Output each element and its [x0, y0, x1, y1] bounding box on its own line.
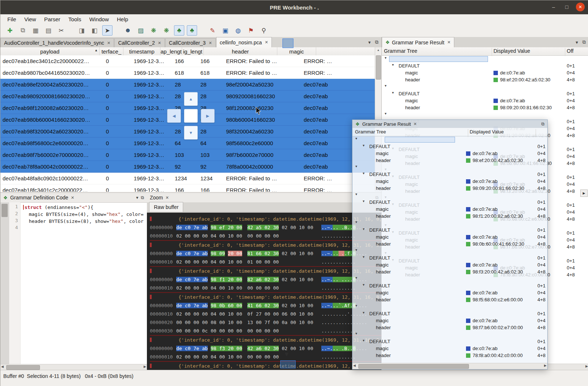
tree-node-magic[interactable]: magicde:c0:7e:ab0+4	[352, 345, 547, 352]
chevron-down-icon[interactable]: ▾	[355, 164, 357, 168]
code-editor[interactable]: struct (endianness="<"){ magic BYTES(siz…	[20, 202, 147, 364]
column-header-timestamp[interactable]: timestamp	[123, 47, 160, 55]
import-button[interactable]: ◨	[77, 25, 87, 36]
column-divider[interactable]	[565, 48, 565, 56]
tree-node-root[interactable]: ▾	[352, 136, 547, 143]
chevron-down-icon[interactable]: ▾	[355, 276, 357, 280]
save-button[interactable]: ▦	[30, 25, 41, 36]
scroll-right-icon[interactable]: ▶	[585, 364, 588, 368]
tree-node-magic[interactable]: magicde:c0:7e:ab0+4	[352, 150, 547, 157]
code-panel-header[interactable]: ❖ Grammar Definition Code ✕ ▾ ⧉	[0, 193, 147, 203]
cut-button[interactable]: ✂	[56, 25, 66, 36]
tree-node-header[interactable]: header98:0b:60:00:41:66:02:304+8	[352, 240, 547, 247]
tree-node-header[interactable]: header98:09:20:00:81:66:02:304+8	[382, 104, 588, 111]
column-header-magic[interactable]: magic	[277, 47, 316, 55]
tree-node-header[interactable]: header98:f1:20:00:82:a6:02:304+8	[352, 213, 547, 220]
floating-parse-panel[interactable]: ❖ Grammar Parse Result ✕ ⧉ Grammar Tree …	[352, 120, 548, 370]
tree-node-magic[interactable]: magicde:c0:7e:ab0+4	[352, 261, 547, 268]
tree-node-root[interactable]: ▾	[352, 275, 547, 282]
panel-close-icon[interactable]: ✕	[71, 195, 74, 200]
parse-tree-view-button[interactable]: ♣	[174, 25, 184, 36]
tree-node-default[interactable]: ▾DEFAULT0+1	[382, 62, 588, 69]
tab-menu-icon[interactable]: ▾	[368, 40, 371, 45]
chevron-down-icon[interactable]: ▾	[363, 227, 365, 231]
col-grammar-tree[interactable]: Grammar Tree	[355, 129, 386, 135]
tree-node-header[interactable]: header98:f7:b6:00:02:e7:00:004+8	[352, 324, 547, 331]
menu-item-view[interactable]: View	[20, 16, 40, 22]
hex-line[interactable]: 00000000de c0 7e ab 98 ef 20 0042 a5 02 …	[150, 223, 381, 232]
chevron-down-icon[interactable]: ▾	[385, 111, 387, 115]
tab-cellinfo-nosim-pca[interactable]: cellinfo_nosim.pca✕	[216, 37, 272, 47]
menu-item-parser[interactable]: Parser	[40, 16, 64, 22]
screenshot-button[interactable]: ▨	[136, 25, 146, 36]
tree-node-root[interactable]: ▾	[382, 55, 588, 62]
floating-panel-header[interactable]: ❖ Grammar Parse Result ✕ ⧉	[352, 120, 547, 128]
tree-node-root[interactable]: ▾	[352, 331, 547, 338]
chevron-down-icon[interactable]: ▾	[363, 255, 365, 259]
hex-line[interactable]: 00000000de c0 7e ab 98 f1 20 0082 a6 02 …	[150, 275, 381, 284]
panel-menu-icon[interactable]: ▾	[136, 195, 138, 200]
panel-float-icon[interactable]: ⧉	[141, 195, 144, 200]
tab-menu-icon[interactable]: ▾	[576, 40, 578, 45]
tree-node-default[interactable]: ▾DEFAULT0+1	[382, 90, 588, 97]
annotate-button[interactable]: ✎	[207, 25, 218, 36]
tree-node-root[interactable]: ▾	[352, 192, 547, 199]
tree-node-default[interactable]: ▾DEFAULT0+1	[352, 310, 547, 317]
panel-close-icon[interactable]: ✕	[166, 195, 169, 200]
title-bar[interactable]: PRE Workbench - . – □ ✕	[0, 0, 588, 14]
new-file-button[interactable]: ✚	[5, 25, 15, 36]
table-row[interactable]: dec07eab48fa8c0902c10000022…01969-12-3…1…	[0, 173, 375, 184]
tree-node-root[interactable]: ▾	[352, 247, 547, 254]
chevron-down-icon[interactable]: ▾	[363, 143, 365, 147]
float-panel-icon[interactable]: ⧉	[583, 39, 586, 45]
maximize-button[interactable]: □	[563, 3, 571, 11]
tree-node-magic[interactable]: magicde:c0:7e:ab0+4	[352, 206, 547, 213]
tree-node-magic[interactable]: magicde:c0:7e:ab0+4	[352, 178, 547, 185]
minimize-button[interactable]: –	[550, 3, 558, 11]
col-grammar-tree[interactable]: Grammar Tree	[384, 48, 417, 54]
tab-callcontroller-3[interactable]: CallController_3✕	[165, 38, 216, 47]
zoom-panel-header[interactable]: Zoom ✕ ⧉	[147, 193, 381, 203]
tab-close-icon[interactable]: ✕	[265, 40, 268, 45]
scroll-left-icon[interactable]: ◀	[1, 365, 4, 368]
vscroll-thumb[interactable]	[376, 55, 381, 80]
table-row[interactable]: dec07eab18ec3401c2c20000022…01969-12-3…1…	[0, 55, 375, 67]
panel-float-icon[interactable]: ⧉	[541, 121, 544, 126]
hex-view[interactable]: {'interface_id': 0, 'timestamp': datetim…	[147, 213, 381, 370]
open-file-button[interactable]: ⧉	[18, 25, 28, 36]
chevron-down-icon[interactable]: ▾	[363, 310, 365, 315]
tree-node-default[interactable]: ▾DEFAULT0+1	[352, 282, 547, 289]
column-header-payload[interactable]: payload▲	[0, 47, 100, 55]
grammar-tool-2-button[interactable]: ❋	[161, 25, 171, 36]
column-divider[interactable]	[492, 48, 492, 56]
chevron-down-icon[interactable]: ▾	[355, 331, 357, 335]
scroll-left-icon[interactable]: ◀	[353, 364, 356, 367]
search-button[interactable]: ⚲	[259, 25, 269, 36]
tab-raw-buffer[interactable]: Raw buffer	[149, 202, 183, 212]
chevron-down-icon[interactable]: ▾	[392, 63, 394, 67]
chevron-down-icon[interactable]: ▾	[355, 136, 357, 140]
tree-node-default[interactable]: ▾DEFAULT0+1	[352, 227, 547, 234]
close-button[interactable]: ✕	[576, 3, 585, 11]
tree-node-default[interactable]: ▾DEFAULT0+1	[352, 338, 547, 345]
tree-node-header[interactable]: header98:f5:68:00:c2:e6:00:004+8	[352, 296, 547, 303]
tree-node-magic[interactable]: magicde:c0:7e:ab0+4	[352, 234, 547, 240]
col-displayed-value[interactable]: Displayed Value	[470, 129, 504, 135]
export-button[interactable]: ◧	[89, 25, 100, 36]
tree-node-default[interactable]: ▾DEFAULT0+1	[352, 143, 547, 150]
menu-item-file[interactable]: File	[3, 16, 20, 22]
float-panel-icon[interactable]: ⧉	[375, 39, 378, 45]
col-offset[interactable]: Off	[567, 48, 573, 54]
hex-line[interactable]: 0000001002 00 00 00 04 00 10 0000 00 00 …	[150, 353, 381, 361]
tree-node-header[interactable]: header98:09:20:00:81:66:02:304+8	[352, 185, 547, 192]
table-row[interactable]: dec07eab9807bc0441650230020…01969-12-3…6…	[0, 67, 375, 79]
scroll-up-icon[interactable]: ▴	[375, 47, 381, 52]
grammar-tool-1-button[interactable]: ❋	[148, 25, 159, 36]
tree-node-default[interactable]: ▾DEFAULT0+1	[352, 254, 547, 261]
scroll-right-icon[interactable]: ▶	[544, 364, 547, 367]
chevron-down-icon[interactable]: ▾	[392, 91, 394, 95]
panel-close-icon[interactable]: ✕	[414, 122, 417, 126]
chevron-down-icon[interactable]: ▾	[363, 283, 365, 287]
tree-node-root[interactable]: ▾	[382, 83, 588, 90]
tree-node-root[interactable]: ▾	[352, 220, 547, 227]
